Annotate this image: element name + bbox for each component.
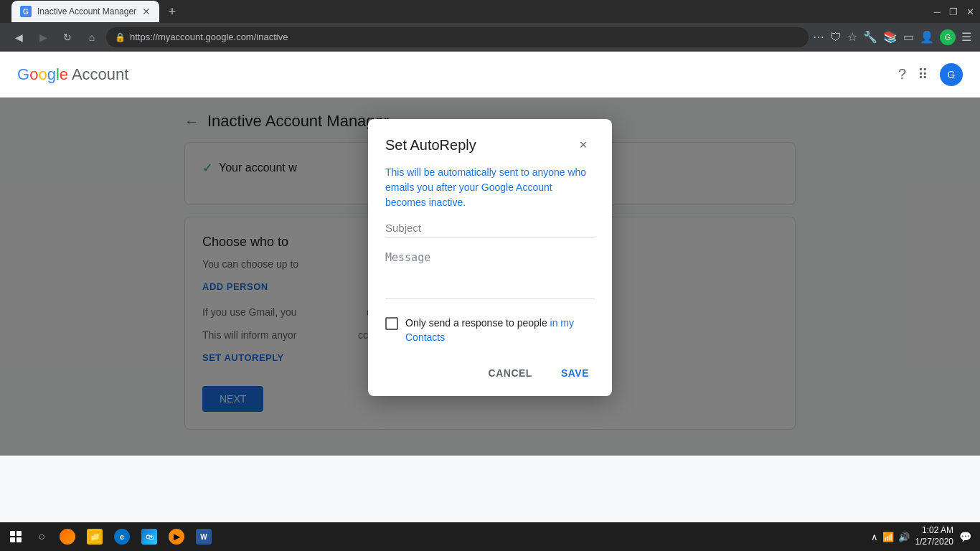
subject-field (385, 222, 595, 238)
address-bar[interactable]: 🔒 https://myaccount.google.com/inactive (106, 27, 809, 47)
minimize-button[interactable]: ─ (934, 6, 941, 17)
window-controls: ─ ❐ ✕ (934, 6, 974, 17)
tab-title: Inactive Account Manager (37, 6, 136, 17)
ie-icon: e (114, 529, 130, 545)
profile-icon[interactable]: 👤 (920, 30, 934, 44)
dialog-close-button[interactable]: × (572, 133, 595, 156)
help-icon[interactable]: ? (898, 66, 906, 83)
cancel-button[interactable]: CANCEL (477, 362, 544, 385)
url-text: https://myaccount.google.com/inactive (130, 32, 288, 42)
apps-icon[interactable]: ⠿ (918, 66, 928, 83)
more-button[interactable]: ⋯ (813, 30, 824, 44)
start-button[interactable] (3, 524, 29, 550)
browser-window: G Inactive Account Manager ✕ + ─ ❐ ✕ ◀ ▶… (0, 0, 980, 525)
page-background: Google Account ? ⠿ G ← Inactive Account … (0, 52, 980, 525)
reload-button[interactable]: ↻ (57, 27, 77, 47)
tab-close-button[interactable]: ✕ (142, 6, 151, 17)
sidebar-icon[interactable]: ▭ (903, 30, 914, 44)
notification-icon[interactable]: 💬 (959, 531, 971, 542)
taskbar-word[interactable]: W (191, 524, 217, 550)
word-icon: W (196, 529, 212, 545)
firefox-icon (60, 529, 75, 545)
close-x-icon: × (580, 138, 588, 153)
message-field (385, 250, 595, 299)
taskbar-ie[interactable]: e (109, 524, 135, 550)
tab-favicon: G (20, 6, 32, 17)
taskbar-right: ∧ 📶 🔊 1:02 AM 1/27/2020 💬 (871, 525, 977, 547)
set-autoreply-dialog: Set AutoReply × This will be automatical… (368, 119, 612, 396)
security-icon: 🔒 (115, 32, 126, 42)
new-tab-button[interactable]: + (162, 1, 182, 22)
user-avatar[interactable]: G (940, 63, 963, 86)
volume-icon[interactable]: 🔊 (898, 532, 910, 542)
library-icon[interactable]: 📚 (883, 30, 897, 44)
restore-button[interactable]: ❐ (949, 6, 958, 17)
file-manager-icon: 📁 (87, 529, 103, 545)
dialog-title: Set AutoReply (385, 137, 476, 154)
pocket-icon[interactable]: 🛡 (830, 31, 842, 44)
header-right: ? ⠿ G (898, 63, 963, 86)
taskbar-vlc[interactable]: ▶ (164, 524, 189, 550)
store-icon: 🛍 (141, 529, 157, 545)
contacts-only-checkbox[interactable] (385, 317, 398, 330)
nav-actions: ⋯ 🛡 ☆ 🔧 📚 ▭ 👤 G ☰ (813, 29, 971, 45)
subject-input[interactable] (385, 222, 595, 234)
clock-time: 1:02 AM (915, 525, 953, 537)
google-logo: Google Account (17, 65, 128, 84)
search-button[interactable]: ○ (29, 524, 55, 550)
home-button[interactable]: ⌂ (82, 27, 102, 47)
taskbar-file-manager[interactable]: 📁 (82, 524, 108, 550)
save-button[interactable]: SAVE (550, 362, 600, 385)
tools-icon[interactable]: 🔧 (863, 30, 877, 44)
contacts-link[interactable]: in my Contacts (405, 317, 574, 343)
menu-icon[interactable]: ☰ (961, 30, 971, 44)
title-bar: G Inactive Account Manager ✕ + ─ ❐ ✕ (0, 0, 980, 23)
dialog-header: Set AutoReply × (368, 119, 612, 156)
system-icons: ∧ 📶 🔊 (871, 532, 910, 542)
taskbar: ○ 📁 e 🛍 ▶ W (0, 522, 980, 551)
browser-tab[interactable]: G Inactive Account Manager ✕ (11, 1, 159, 22)
page-content-area: ← Inactive Account Manager ✓ Your accoun… (0, 98, 980, 456)
modal-overlay: Set AutoReply × This will be automatical… (0, 98, 980, 456)
show-hidden-icons[interactable]: ∧ (871, 532, 878, 542)
dialog-actions: CANCEL SAVE (368, 356, 612, 396)
google-account-header: Google Account ? ⠿ G (0, 52, 980, 98)
network-icon[interactable]: 📶 (882, 532, 894, 542)
clock-date: 1/27/2020 (915, 537, 953, 548)
message-input[interactable] (385, 250, 595, 293)
windows-logo-icon (10, 531, 22, 542)
contacts-only-row: Only send a response to people in my Con… (368, 311, 612, 356)
clock[interactable]: 1:02 AM 1/27/2020 (915, 525, 953, 547)
forward-button[interactable]: ▶ (33, 27, 53, 47)
close-button[interactable]: ✕ (966, 6, 974, 17)
taskbar-firefox[interactable] (55, 524, 80, 550)
back-button[interactable]: ◀ (9, 27, 29, 47)
search-icon: ○ (38, 530, 45, 543)
dialog-description: This will be automatically sent to anyon… (368, 156, 612, 222)
bookmark-icon[interactable]: ☆ (847, 30, 857, 44)
taskbar-store[interactable]: 🛍 (136, 524, 162, 550)
nav-bar: ◀ ▶ ↻ ⌂ 🔒 https://myaccount.google.com/i… (0, 23, 980, 52)
taskbar-icons: 📁 e 🛍 ▶ W (55, 524, 217, 550)
vlc-icon: ▶ (169, 529, 184, 545)
account-avatar-nav[interactable]: G (940, 29, 956, 45)
contacts-only-label: Only send a response to people in my Con… (405, 316, 595, 344)
